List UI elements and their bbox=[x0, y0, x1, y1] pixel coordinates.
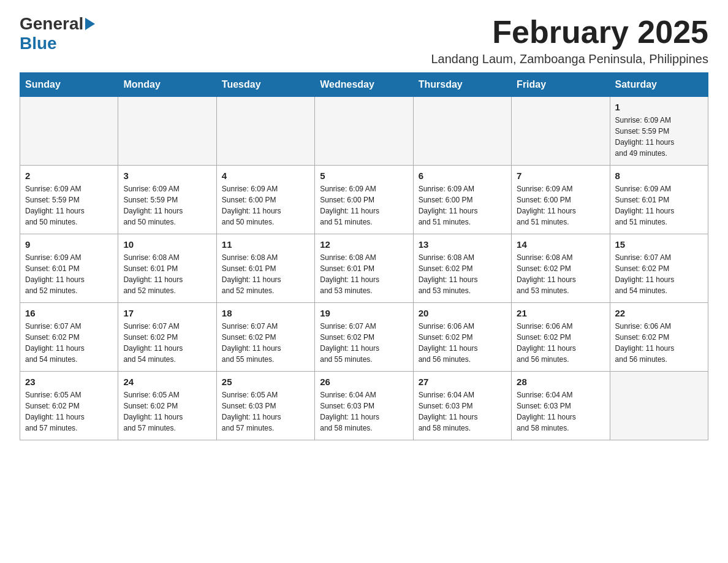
calendar-cell: 16Sunrise: 6:07 AM Sunset: 6:02 PM Dayli… bbox=[20, 303, 118, 372]
logo-top-line: General bbox=[20, 15, 95, 34]
day-info: Sunrise: 6:06 AM Sunset: 6:02 PM Dayligh… bbox=[419, 321, 506, 365]
calendar-header-tuesday: Tuesday bbox=[216, 73, 314, 97]
day-info: Sunrise: 6:07 AM Sunset: 6:02 PM Dayligh… bbox=[320, 321, 408, 365]
calendar-header-monday: Monday bbox=[118, 73, 216, 97]
day-number: 11 bbox=[222, 239, 309, 250]
day-number: 26 bbox=[320, 377, 408, 387]
day-number: 24 bbox=[123, 377, 211, 387]
day-number: 2 bbox=[25, 170, 113, 181]
day-number: 13 bbox=[419, 239, 506, 250]
day-number: 27 bbox=[419, 377, 506, 387]
calendar-cell: 22Sunrise: 6:06 AM Sunset: 6:02 PM Dayli… bbox=[610, 303, 708, 372]
day-info: Sunrise: 6:08 AM Sunset: 6:02 PM Dayligh… bbox=[517, 252, 604, 296]
day-info: Sunrise: 6:06 AM Sunset: 6:02 PM Dayligh… bbox=[615, 321, 703, 365]
calendar-cell: 17Sunrise: 6:07 AM Sunset: 6:02 PM Dayli… bbox=[118, 303, 216, 372]
day-info: Sunrise: 6:08 AM Sunset: 6:01 PM Dayligh… bbox=[320, 252, 408, 296]
day-number: 6 bbox=[419, 170, 506, 181]
day-info: Sunrise: 6:09 AM Sunset: 5:59 PM Dayligh… bbox=[123, 183, 211, 228]
calendar-cell: 25Sunrise: 6:05 AM Sunset: 6:03 PM Dayli… bbox=[216, 372, 314, 440]
day-number: 14 bbox=[517, 239, 604, 250]
day-number: 21 bbox=[517, 308, 604, 318]
day-number: 25 bbox=[222, 377, 309, 387]
logo-triangle-icon bbox=[85, 18, 95, 30]
calendar-cell: 10Sunrise: 6:08 AM Sunset: 6:01 PM Dayli… bbox=[118, 234, 216, 303]
day-info: Sunrise: 6:06 AM Sunset: 6:02 PM Dayligh… bbox=[517, 321, 604, 365]
calendar-cell: 3Sunrise: 6:09 AM Sunset: 5:59 PM Daylig… bbox=[118, 166, 216, 234]
calendar-header-wednesday: Wednesday bbox=[315, 73, 413, 97]
calendar-cell: 12Sunrise: 6:08 AM Sunset: 6:01 PM Dayli… bbox=[315, 234, 413, 303]
calendar-cell bbox=[610, 372, 708, 440]
calendar-cell bbox=[315, 97, 413, 166]
calendar-header-friday: Friday bbox=[512, 73, 610, 97]
calendar-cell: 14Sunrise: 6:08 AM Sunset: 6:02 PM Dayli… bbox=[512, 234, 610, 303]
calendar-cell bbox=[413, 97, 511, 166]
calendar-cell bbox=[512, 97, 610, 166]
calendar-week-row: 2Sunrise: 6:09 AM Sunset: 5:59 PM Daylig… bbox=[20, 166, 708, 234]
calendar-cell: 5Sunrise: 6:09 AM Sunset: 6:00 PM Daylig… bbox=[315, 166, 413, 234]
calendar-cell: 23Sunrise: 6:05 AM Sunset: 6:02 PM Dayli… bbox=[20, 372, 118, 440]
calendar-cell: 20Sunrise: 6:06 AM Sunset: 6:02 PM Dayli… bbox=[413, 303, 511, 372]
month-title: February 2025 bbox=[431, 15, 708, 50]
calendar-week-row: 9Sunrise: 6:09 AM Sunset: 6:01 PM Daylig… bbox=[20, 234, 708, 303]
day-number: 18 bbox=[222, 308, 309, 318]
day-info: Sunrise: 6:09 AM Sunset: 6:00 PM Dayligh… bbox=[517, 183, 604, 228]
day-info: Sunrise: 6:07 AM Sunset: 6:02 PM Dayligh… bbox=[25, 321, 113, 365]
calendar-cell: 4Sunrise: 6:09 AM Sunset: 6:00 PM Daylig… bbox=[216, 166, 314, 234]
calendar-cell: 19Sunrise: 6:07 AM Sunset: 6:02 PM Dayli… bbox=[315, 303, 413, 372]
day-number: 28 bbox=[517, 377, 604, 387]
day-info: Sunrise: 6:04 AM Sunset: 6:03 PM Dayligh… bbox=[419, 389, 506, 434]
location-title: Landang Laum, Zamboanga Peninsula, Phili… bbox=[431, 52, 708, 66]
day-info: Sunrise: 6:04 AM Sunset: 6:03 PM Dayligh… bbox=[517, 389, 604, 434]
day-info: Sunrise: 6:08 AM Sunset: 6:02 PM Dayligh… bbox=[419, 252, 506, 296]
day-number: 22 bbox=[615, 308, 703, 318]
day-number: 10 bbox=[123, 239, 211, 250]
calendar-cell: 15Sunrise: 6:07 AM Sunset: 6:02 PM Dayli… bbox=[610, 234, 708, 303]
calendar-cell: 1Sunrise: 6:09 AM Sunset: 5:59 PM Daylig… bbox=[610, 97, 708, 166]
day-info: Sunrise: 6:08 AM Sunset: 6:01 PM Dayligh… bbox=[222, 252, 309, 296]
day-info: Sunrise: 6:05 AM Sunset: 6:02 PM Dayligh… bbox=[123, 389, 211, 434]
day-number: 3 bbox=[123, 170, 211, 181]
calendar-cell: 8Sunrise: 6:09 AM Sunset: 6:01 PM Daylig… bbox=[610, 166, 708, 234]
calendar-header-saturday: Saturday bbox=[610, 73, 708, 97]
day-number: 12 bbox=[320, 239, 408, 250]
logo-general-text: General bbox=[20, 15, 83, 34]
day-number: 7 bbox=[517, 170, 604, 181]
day-number: 20 bbox=[419, 308, 506, 318]
calendar-week-row: 1Sunrise: 6:09 AM Sunset: 5:59 PM Daylig… bbox=[20, 97, 708, 166]
day-number: 4 bbox=[222, 170, 309, 181]
page-header: General Blue February 2025 Landang Laum,… bbox=[20, 15, 708, 66]
calendar-header-row: SundayMondayTuesdayWednesdayThursdayFrid… bbox=[20, 73, 708, 97]
day-number: 23 bbox=[25, 377, 113, 387]
day-info: Sunrise: 6:09 AM Sunset: 6:01 PM Dayligh… bbox=[25, 252, 113, 296]
calendar-cell: 13Sunrise: 6:08 AM Sunset: 6:02 PM Dayli… bbox=[413, 234, 511, 303]
calendar-cell: 11Sunrise: 6:08 AM Sunset: 6:01 PM Dayli… bbox=[216, 234, 314, 303]
day-number: 16 bbox=[25, 308, 113, 318]
day-info: Sunrise: 6:07 AM Sunset: 6:02 PM Dayligh… bbox=[615, 252, 703, 296]
calendar-cell bbox=[118, 97, 216, 166]
logo: General Blue bbox=[20, 15, 95, 53]
calendar-cell: 9Sunrise: 6:09 AM Sunset: 6:01 PM Daylig… bbox=[20, 234, 118, 303]
day-info: Sunrise: 6:08 AM Sunset: 6:01 PM Dayligh… bbox=[123, 252, 211, 296]
day-number: 9 bbox=[25, 239, 113, 250]
day-number: 1 bbox=[615, 102, 703, 112]
calendar-cell: 18Sunrise: 6:07 AM Sunset: 6:02 PM Dayli… bbox=[216, 303, 314, 372]
day-number: 17 bbox=[123, 308, 211, 318]
day-info: Sunrise: 6:07 AM Sunset: 6:02 PM Dayligh… bbox=[222, 321, 309, 365]
day-info: Sunrise: 6:09 AM Sunset: 6:00 PM Dayligh… bbox=[419, 183, 506, 228]
day-info: Sunrise: 6:09 AM Sunset: 6:00 PM Dayligh… bbox=[320, 183, 408, 228]
calendar-header-thursday: Thursday bbox=[413, 73, 511, 97]
day-info: Sunrise: 6:09 AM Sunset: 5:59 PM Dayligh… bbox=[615, 115, 703, 159]
day-info: Sunrise: 6:04 AM Sunset: 6:03 PM Dayligh… bbox=[320, 389, 408, 434]
calendar-cell: 7Sunrise: 6:09 AM Sunset: 6:00 PM Daylig… bbox=[512, 166, 610, 234]
day-info: Sunrise: 6:09 AM Sunset: 6:01 PM Dayligh… bbox=[615, 183, 703, 228]
calendar-cell bbox=[20, 97, 118, 166]
day-info: Sunrise: 6:09 AM Sunset: 5:59 PM Dayligh… bbox=[25, 183, 113, 228]
calendar-cell: 2Sunrise: 6:09 AM Sunset: 5:59 PM Daylig… bbox=[20, 166, 118, 234]
calendar-cell: 21Sunrise: 6:06 AM Sunset: 6:02 PM Dayli… bbox=[512, 303, 610, 372]
calendar-cell: 28Sunrise: 6:04 AM Sunset: 6:03 PM Dayli… bbox=[512, 372, 610, 440]
calendar-cell: 6Sunrise: 6:09 AM Sunset: 6:00 PM Daylig… bbox=[413, 166, 511, 234]
day-info: Sunrise: 6:05 AM Sunset: 6:02 PM Dayligh… bbox=[25, 389, 113, 434]
calendar-cell: 26Sunrise: 6:04 AM Sunset: 6:03 PM Dayli… bbox=[315, 372, 413, 440]
calendar-cell: 27Sunrise: 6:04 AM Sunset: 6:03 PM Dayli… bbox=[413, 372, 511, 440]
day-info: Sunrise: 6:05 AM Sunset: 6:03 PM Dayligh… bbox=[222, 389, 309, 434]
